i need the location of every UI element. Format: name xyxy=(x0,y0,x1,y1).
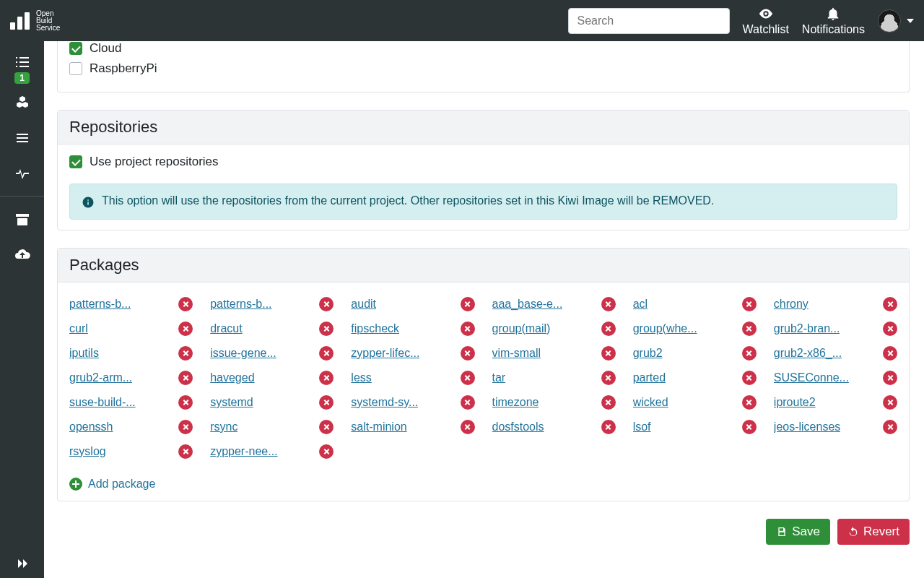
remove-package-button[interactable] xyxy=(742,297,757,311)
remove-package-button[interactable] xyxy=(883,346,897,361)
remove-package-button[interactable] xyxy=(742,371,757,385)
remove-package-button[interactable] xyxy=(461,346,475,361)
add-package-button[interactable]: Add package xyxy=(69,478,897,491)
package-link[interactable]: audit xyxy=(351,298,376,311)
remove-package-button[interactable] xyxy=(178,420,193,434)
package-link[interactable]: grub2-arm... xyxy=(69,371,132,384)
remove-package-button[interactable] xyxy=(601,371,616,385)
remove-package-button[interactable] xyxy=(883,322,897,336)
package-link[interactable]: systemd-sy... xyxy=(351,396,418,409)
sidebar-expand-button[interactable] xyxy=(0,549,44,578)
package-item: dosfstools xyxy=(492,420,616,434)
package-link[interactable]: iputils xyxy=(69,347,99,360)
package-link[interactable]: SUSEConne... xyxy=(774,371,849,384)
package-link[interactable]: haveged xyxy=(210,371,254,384)
remove-package-button[interactable] xyxy=(319,395,334,410)
package-link[interactable]: rsyslog xyxy=(69,445,106,458)
sidebar-item-health[interactable] xyxy=(0,155,44,190)
package-link[interactable]: tar xyxy=(492,371,506,384)
package-link[interactable]: salt-minion xyxy=(351,420,406,434)
remove-package-button[interactable] xyxy=(319,420,334,434)
remove-package-button[interactable] xyxy=(461,371,475,385)
package-link[interactable]: suse-build-... xyxy=(69,396,136,409)
remove-package-button[interactable] xyxy=(461,322,475,336)
package-link[interactable]: parted xyxy=(633,371,666,384)
avatar[interactable] xyxy=(878,9,901,33)
package-link[interactable]: patterns-b... xyxy=(69,298,131,311)
sidebar-item-tasks[interactable]: 1 xyxy=(0,51,44,86)
package-link[interactable]: fipscheck xyxy=(351,322,399,335)
remove-package-button[interactable] xyxy=(883,297,897,311)
remove-package-button[interactable] xyxy=(601,420,616,434)
package-item: chrony xyxy=(774,297,897,311)
package-link[interactable]: curl xyxy=(69,322,88,335)
image-type-option[interactable]: RaspberryPi xyxy=(69,61,897,82)
package-link[interactable]: jeos-licenses xyxy=(774,420,840,434)
save-button[interactable]: Save xyxy=(766,519,830,545)
package-link[interactable]: group(mail) xyxy=(492,322,551,335)
image-type-option[interactable]: Cloud xyxy=(69,41,897,61)
package-item: rsyslog xyxy=(69,444,193,459)
remove-package-button[interactable] xyxy=(883,371,897,385)
remove-package-button[interactable] xyxy=(601,322,616,336)
remove-package-button[interactable] xyxy=(601,346,616,361)
sidebar-item-cloud-upload[interactable] xyxy=(0,237,44,272)
remove-package-button[interactable] xyxy=(319,322,334,336)
package-link[interactable]: group(whe... xyxy=(633,322,697,335)
package-item: rsync xyxy=(210,420,334,434)
remove-package-button[interactable] xyxy=(461,395,475,410)
revert-button[interactable]: Revert xyxy=(837,519,910,545)
package-link[interactable]: systemd xyxy=(210,396,253,409)
package-link[interactable]: openssh xyxy=(69,420,113,434)
package-link[interactable]: lsof xyxy=(633,420,651,434)
remove-package-button[interactable] xyxy=(461,297,475,311)
use-project-repositories-checkbox[interactable]: Use project repositories xyxy=(69,155,897,175)
remove-package-button[interactable] xyxy=(178,371,193,385)
package-link[interactable]: dosfstools xyxy=(492,420,544,434)
remove-package-button[interactable] xyxy=(178,395,193,410)
remove-package-button[interactable] xyxy=(461,420,475,434)
package-link[interactable]: chrony xyxy=(774,298,808,311)
remove-package-button[interactable] xyxy=(319,346,334,361)
package-link[interactable]: grub2-bran... xyxy=(774,322,840,335)
package-link[interactable]: iproute2 xyxy=(774,396,816,409)
remove-package-button[interactable] xyxy=(742,395,757,410)
remove-package-button[interactable] xyxy=(742,322,757,336)
package-link[interactable]: vim-small xyxy=(492,347,541,360)
package-link[interactable]: zypper-lifec... xyxy=(351,347,419,360)
sidebar-item-archive[interactable] xyxy=(0,202,44,237)
remove-package-button[interactable] xyxy=(319,371,334,385)
sidebar-item-packages[interactable] xyxy=(0,86,44,121)
remove-package-button[interactable] xyxy=(601,395,616,410)
notifications-link[interactable]: Notifications xyxy=(802,6,865,36)
remove-package-button[interactable] xyxy=(601,297,616,311)
package-link[interactable]: less xyxy=(351,371,371,384)
package-link[interactable]: acl xyxy=(633,298,648,311)
package-link[interactable]: grub2-x86_... xyxy=(774,347,842,360)
user-menu-caret-icon[interactable] xyxy=(907,19,914,23)
search-input[interactable] xyxy=(568,8,730,34)
package-item: openssh xyxy=(69,420,193,434)
remove-package-button[interactable] xyxy=(883,395,897,410)
remove-package-button[interactable] xyxy=(319,444,334,459)
package-link[interactable]: aaa_base-e... xyxy=(492,298,563,311)
watchlist-link[interactable]: Watchlist xyxy=(743,6,789,36)
package-link[interactable]: grub2 xyxy=(633,347,663,360)
package-link[interactable]: rsync xyxy=(210,420,237,434)
package-link[interactable]: patterns-b... xyxy=(210,298,271,311)
remove-package-button[interactable] xyxy=(883,420,897,434)
package-link[interactable]: zypper-nee... xyxy=(210,445,277,458)
brand-logo[interactable]: Open Build Service xyxy=(10,10,60,32)
remove-package-button[interactable] xyxy=(742,420,757,434)
remove-package-button[interactable] xyxy=(178,444,193,459)
package-link[interactable]: timezone xyxy=(492,396,539,409)
remove-package-button[interactable] xyxy=(178,346,193,361)
package-link[interactable]: issue-gene... xyxy=(210,347,276,360)
remove-package-button[interactable] xyxy=(178,322,193,336)
sidebar-item-list[interactable] xyxy=(0,121,44,155)
remove-package-button[interactable] xyxy=(319,297,334,311)
package-link[interactable]: dracut xyxy=(210,322,242,335)
remove-package-button[interactable] xyxy=(742,346,757,361)
package-link[interactable]: wicked xyxy=(633,396,668,409)
remove-package-button[interactable] xyxy=(178,297,193,311)
